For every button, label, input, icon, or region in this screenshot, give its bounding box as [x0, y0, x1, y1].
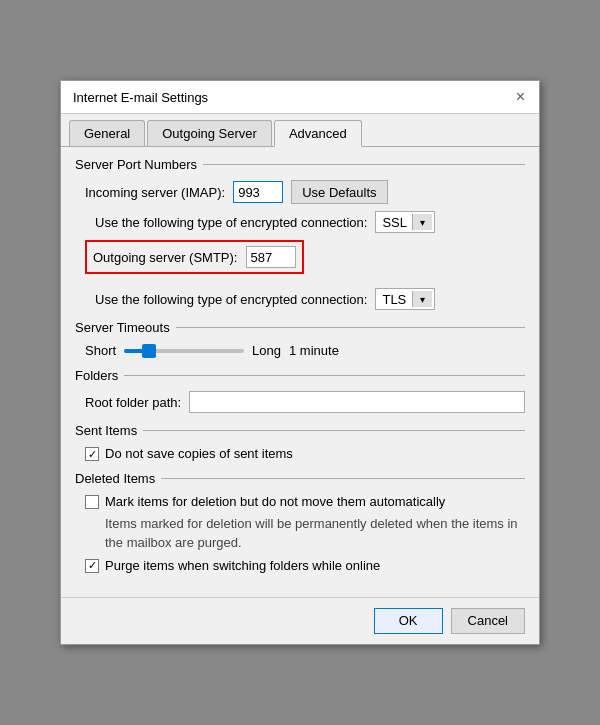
server-ports-body: Incoming server (IMAP): Use Defaults Use…: [75, 180, 525, 310]
outgoing-enc-value: TLS: [378, 292, 412, 307]
timeouts-divider: [176, 327, 525, 328]
mark-deletion-checkbox[interactable]: [85, 495, 99, 509]
folders-body: Root folder path:: [75, 391, 525, 413]
root-folder-input[interactable]: [189, 391, 525, 413]
timeout-slider-fill: [124, 349, 144, 353]
outgoing-enc-row: Use the following type of encrypted conn…: [95, 288, 525, 310]
deleted-items-body: Mark items for deletion but do not move …: [75, 494, 525, 572]
tab-general[interactable]: General: [69, 120, 145, 146]
incoming-enc-dropdown-arrow: ▾: [412, 214, 432, 230]
folders-header: Folders: [75, 368, 525, 383]
tab-advanced[interactable]: Advanced: [274, 120, 362, 147]
sent-items-section: Sent Items Do not save copies of sent it…: [75, 423, 525, 461]
outgoing-enc-select[interactable]: TLS ▾: [375, 288, 435, 310]
sent-items-body: Do not save copies of sent items: [75, 446, 525, 461]
incoming-enc-value: SSL: [378, 215, 412, 230]
timeouts-body: Short Long 1 minute: [75, 343, 525, 358]
deleted-items-header: Deleted Items: [75, 471, 525, 486]
incoming-enc-select[interactable]: SSL ▾: [375, 211, 435, 233]
purge-items-label: Purge items when switching folders while…: [105, 558, 380, 573]
close-button[interactable]: ×: [514, 89, 527, 105]
incoming-server-row: Incoming server (IMAP): Use Defaults: [85, 180, 525, 204]
incoming-enc-label: Use the following type of encrypted conn…: [95, 215, 367, 230]
sent-copies-label: Do not save copies of sent items: [105, 446, 293, 461]
timeout-slider-track[interactable]: [124, 349, 244, 353]
outgoing-server-label: Outgoing server (SMTP):: [93, 250, 238, 265]
root-folder-label: Root folder path:: [85, 395, 181, 410]
sent-copies-checkbox[interactable]: [85, 447, 99, 461]
server-ports-header: Server Port Numbers: [75, 157, 525, 172]
outgoing-enc-label: Use the following type of encrypted conn…: [95, 292, 367, 307]
timeouts-section: Server Timeouts Short Long 1 minute: [75, 320, 525, 358]
outgoing-server-highlighted-row: Outgoing server (SMTP):: [85, 240, 525, 281]
folders-divider: [124, 375, 525, 376]
server-ports-section: Server Port Numbers Incoming server (IMA…: [75, 157, 525, 310]
deleted-items-divider: [161, 478, 525, 479]
deletion-note: Items marked for deletion will be perman…: [85, 515, 525, 551]
timeouts-title: Server Timeouts: [75, 320, 170, 335]
use-defaults-button[interactable]: Use Defaults: [291, 180, 387, 204]
dialog-window: Internet E-mail Settings × General Outgo…: [60, 80, 540, 644]
outgoing-enc-dropdown-arrow: ▾: [412, 291, 432, 307]
window-title: Internet E-mail Settings: [73, 90, 208, 105]
dialog-buttons: OK Cancel: [61, 597, 539, 644]
short-label: Short: [85, 343, 116, 358]
incoming-enc-row: Use the following type of encrypted conn…: [95, 211, 525, 233]
deleted-items-section: Deleted Items Mark items for deletion bu…: [75, 471, 525, 572]
incoming-server-input[interactable]: [233, 181, 283, 203]
deleted-items-title: Deleted Items: [75, 471, 155, 486]
mark-deletion-row: Mark items for deletion but do not move …: [85, 494, 525, 509]
outgoing-server-input[interactable]: [246, 246, 296, 268]
timeout-slider-row: Short Long 1 minute: [85, 343, 525, 358]
mark-deletion-label: Mark items for deletion but do not move …: [105, 494, 445, 509]
outgoing-server-highlight-box: Outgoing server (SMTP):: [85, 240, 304, 274]
tab-outgoing-server[interactable]: Outgoing Server: [147, 120, 272, 146]
sent-checkbox-row: Do not save copies of sent items: [85, 446, 525, 461]
timeout-slider-thumb[interactable]: [142, 344, 156, 358]
root-folder-row: Root folder path:: [85, 391, 525, 413]
ok-button[interactable]: OK: [374, 608, 443, 634]
title-bar: Internet E-mail Settings ×: [61, 81, 539, 114]
tab-content: Server Port Numbers Incoming server (IMA…: [61, 147, 539, 596]
folders-title: Folders: [75, 368, 118, 383]
timeout-value: 1 minute: [289, 343, 339, 358]
cancel-button[interactable]: Cancel: [451, 608, 525, 634]
sent-items-divider: [143, 430, 525, 431]
sent-items-header: Sent Items: [75, 423, 525, 438]
folders-section: Folders Root folder path:: [75, 368, 525, 413]
incoming-server-label: Incoming server (IMAP):: [85, 185, 225, 200]
timeouts-header: Server Timeouts: [75, 320, 525, 335]
section-divider: [203, 164, 525, 165]
purge-items-row: Purge items when switching folders while…: [85, 558, 525, 573]
sent-items-title: Sent Items: [75, 423, 137, 438]
tab-bar: General Outgoing Server Advanced: [61, 114, 539, 147]
long-label: Long: [252, 343, 281, 358]
purge-items-checkbox[interactable]: [85, 559, 99, 573]
server-ports-title: Server Port Numbers: [75, 157, 197, 172]
